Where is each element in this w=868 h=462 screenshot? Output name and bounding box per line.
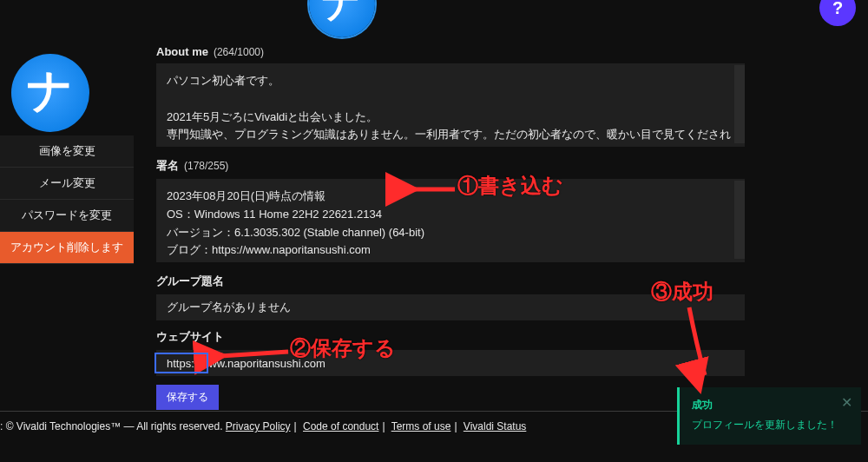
svg-rect-2: [155, 353, 207, 373]
signature-counter: (178/255): [184, 160, 228, 172]
scrollbar[interactable]: [734, 181, 745, 259]
header-avatar[interactable]: ナ: [309, 0, 375, 37]
save-highlight-box: [155, 353, 210, 375]
avatar-glyph: ナ: [322, 0, 361, 29]
signature-label: 署名 (178/255): [156, 158, 745, 174]
about-label: About me (264/1000): [156, 45, 745, 58]
arrow-3-icon: [684, 304, 719, 382]
help-button[interactable]: ?: [819, 0, 856, 26]
footer-link-conduct[interactable]: Code of conduct: [303, 420, 378, 432]
website-title: ウェブサイト: [156, 329, 224, 345]
toast-title: 成功: [692, 398, 849, 412]
about-textarea[interactable]: [156, 63, 745, 147]
arrow-2-icon: [215, 342, 292, 361]
about-counter: (264/1000): [214, 46, 264, 58]
group-input[interactable]: [156, 294, 745, 320]
avatar-glyph: ナ: [27, 61, 73, 122]
group-label: グループ題名: [156, 274, 745, 289]
footer-link-terms[interactable]: Terms of use: [391, 420, 451, 432]
group-title: グループ題名: [156, 274, 224, 289]
footer-link-privacy[interactable]: Privacy Policy: [226, 420, 291, 432]
help-icon: ?: [832, 0, 843, 18]
sidebar-item-change-email[interactable]: メール変更: [0, 168, 134, 200]
about-title: About me: [156, 45, 208, 58]
signature-title: 署名: [156, 158, 179, 174]
svg-line-1: [220, 352, 288, 356]
sidebar-item-delete-account[interactable]: アカウント削除します: [0, 232, 134, 264]
sidebar-item-change-image[interactable]: 画像を変更: [0, 135, 134, 168]
footer-copyright: : © Vivaldi Technologies™ — All rights r…: [0, 420, 226, 432]
toast-message: プロフィールを更新しました！: [692, 418, 849, 432]
save-button[interactable]: 保存する: [156, 385, 219, 410]
profile-avatar[interactable]: ナ: [11, 54, 89, 132]
scrollbar[interactable]: [734, 65, 745, 143]
success-toast: ✕ 成功 プロフィールを更新しました！: [677, 387, 861, 445]
arrow-1-icon: [408, 181, 457, 198]
sidebar-menu: 画像を変更 メール変更 パスワードを変更 アカウント削除します: [0, 135, 134, 264]
footer-link-status[interactable]: Vivaldi Status: [464, 420, 527, 432]
sidebar-item-change-password[interactable]: パスワードを変更: [0, 200, 134, 232]
toast-close-icon[interactable]: ✕: [841, 396, 852, 410]
